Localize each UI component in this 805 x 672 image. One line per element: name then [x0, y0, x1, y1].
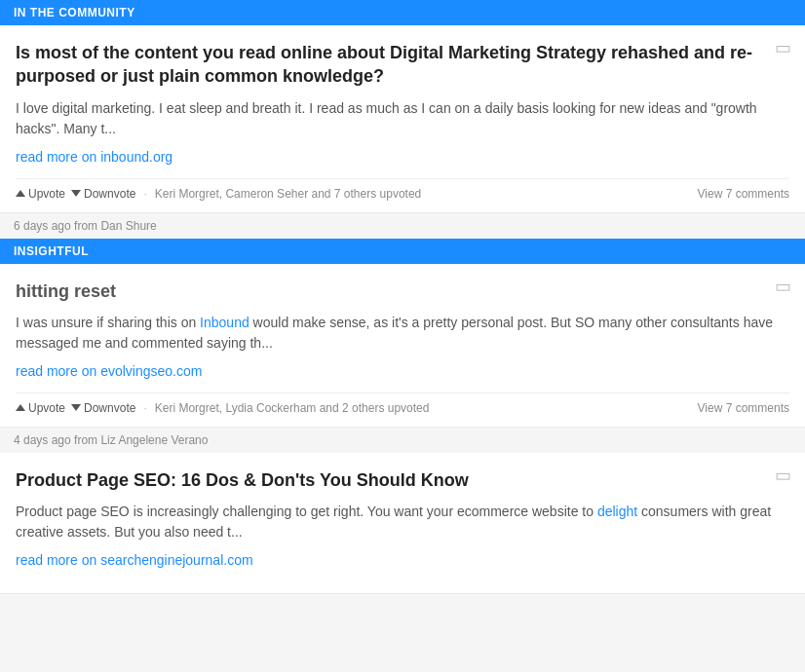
- upvote-icon-2: [16, 404, 25, 411]
- read-more-link-3[interactable]: read more on searchenginejournal.com: [16, 552, 253, 568]
- view-comments-1[interactable]: View 7 comments: [698, 187, 789, 201]
- section-insightful: INSIGHTFUL ▭ hitting reset I was unsure …: [0, 239, 805, 453]
- vote-bar-1: Upvote Downvote · Keri Morgret, Cameron …: [16, 178, 789, 201]
- card-excerpt-2: I was unsure if sharing this on Inbound …: [16, 313, 789, 354]
- card-excerpt-3: Product page SEO is increasingly challen…: [16, 502, 789, 542]
- excerpt-link-delight[interactable]: delight: [597, 504, 637, 519]
- excerpt-link-inbound[interactable]: Inbound: [200, 315, 249, 330]
- section-in-the-community: IN THE COMMUNITY ▭ Is most of the conten…: [0, 0, 805, 239]
- vote-dot-2: ·: [143, 401, 146, 415]
- card-2: ▭ hitting reset I was unsure if sharing …: [0, 264, 805, 428]
- downvote-icon-2: [71, 404, 81, 411]
- section-product-page: ▭ Product Page SEO: 16 Dos & Don'ts You …: [0, 453, 805, 594]
- upvote-label-1: Upvote: [28, 187, 65, 201]
- upvote-label-2: Upvote: [28, 401, 65, 415]
- card-title-1: Is most of the content you read online a…: [16, 41, 789, 89]
- upvote-button-2[interactable]: Upvote: [16, 401, 65, 415]
- vote-bar-2: Upvote Downvote · Keri Morgret, Lydia Co…: [16, 392, 789, 415]
- section-header-label-1: IN THE COMMUNITY: [14, 6, 135, 19]
- section-header-label-2: INSIGHTFUL: [14, 244, 89, 258]
- downvote-button-1[interactable]: Downvote: [71, 187, 135, 201]
- section-header-1: IN THE COMMUNITY: [0, 0, 805, 25]
- bookmark-icon-2[interactable]: ▭: [775, 276, 791, 297]
- vote-actions-2: Upvote Downvote · Keri Morgret, Lydia Co…: [16, 401, 429, 415]
- bookmark-icon-3[interactable]: ▭: [775, 465, 791, 486]
- read-more-link-2[interactable]: read more on evolvingseo.com: [16, 363, 202, 379]
- view-comments-2[interactable]: View 7 comments: [698, 401, 789, 415]
- vote-names-1: Keri Morgret, Cameron Seher and 7 others…: [155, 187, 421, 201]
- upvote-icon-1: [16, 190, 25, 197]
- meta-bar-1: 6 days ago from Dan Shure: [0, 213, 805, 239]
- bookmark-icon-1[interactable]: ▭: [775, 37, 791, 58]
- read-more-link-1[interactable]: read more on inbound.org: [16, 149, 172, 165]
- card-3: ▭ Product Page SEO: 16 Dos & Don'ts You …: [0, 453, 805, 594]
- downvote-label-2: Downvote: [84, 401, 135, 415]
- vote-dot-1: ·: [143, 187, 146, 201]
- downvote-icon-1: [71, 190, 81, 197]
- downvote-label-1: Downvote: [84, 187, 135, 201]
- meta-bar-2: 4 days ago from Liz Angelene Verano: [0, 428, 805, 453]
- upvote-button-1[interactable]: Upvote: [16, 187, 65, 201]
- feed-container: IN THE COMMUNITY ▭ Is most of the conten…: [0, 0, 805, 594]
- card-1: ▭ Is most of the content you read online…: [0, 25, 805, 213]
- vote-actions-1: Upvote Downvote · Keri Morgret, Cameron …: [16, 187, 421, 201]
- card-title-3: Product Page SEO: 16 Dos & Don'ts You Sh…: [16, 468, 789, 492]
- downvote-button-2[interactable]: Downvote: [71, 401, 135, 415]
- card-excerpt-1: I love digital marketing. I eat sleep an…: [16, 98, 789, 139]
- section-header-2: INSIGHTFUL: [0, 239, 805, 264]
- vote-names-2: Keri Morgret, Lydia Cockerham and 2 othe…: [155, 401, 430, 415]
- card-title-2: hitting reset: [16, 280, 789, 303]
